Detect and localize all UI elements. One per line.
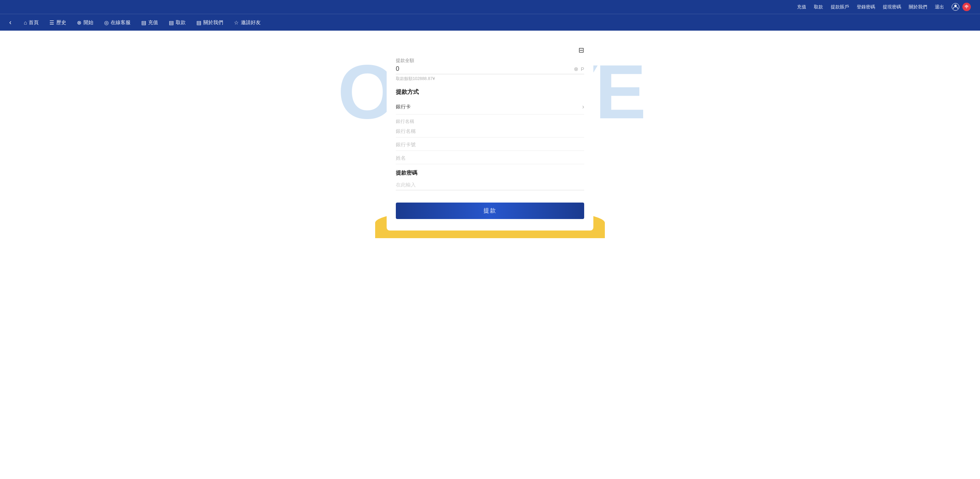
form-panel: ⊟ 提款全額 ⊗ P 取款餘額102888.87¥ 提款方式 銀行卡 › 銀行名…: [387, 38, 593, 231]
method-section-title: 提款方式: [396, 88, 584, 96]
input-suffix: ⊗ P: [574, 66, 584, 72]
nav-withdraw[interactable]: ▤ 取款: [164, 17, 190, 28]
nav-deposit[interactable]: ▤ 充值: [137, 17, 163, 28]
nav-start-label: 開始: [83, 19, 93, 26]
nav-about[interactable]: ▤ 關於我們: [192, 17, 228, 28]
amount-unit: P: [581, 66, 584, 72]
lang-badge[interactable]: 中: [962, 3, 971, 11]
support-icon: ◎: [104, 20, 109, 26]
nav-history-label: 歷史: [56, 19, 66, 26]
bank-owner-field: 姓名: [396, 152, 584, 164]
chevron-right-icon: ›: [582, 103, 584, 110]
bank-info: 銀行名稱 銀行名稱 銀行卡號 姓名: [396, 118, 584, 164]
nav-home[interactable]: ⌂ 首頁: [19, 17, 43, 28]
withdraw-icon: ▤: [169, 20, 174, 26]
amount-input-wrapper: ⊗ P: [396, 65, 584, 74]
top-logout-link[interactable]: 退出: [935, 4, 944, 10]
bank-name-field: 銀行名稱: [396, 126, 584, 137]
password-input[interactable]: [396, 180, 584, 190]
svg-point-0: [954, 5, 957, 7]
amount-clear-button[interactable]: ⊗: [574, 66, 578, 72]
bank-name-label: 銀行名稱: [396, 118, 584, 125]
top-register-password-link[interactable]: 登錄密碼: [857, 4, 875, 10]
nav-support-label: 在線客服: [111, 19, 131, 26]
amount-input[interactable]: [396, 65, 574, 72]
top-withdraw-account-link[interactable]: 提款賬戶: [831, 4, 849, 10]
bank-name-placeholder: 銀行名稱: [396, 128, 416, 134]
amount-label: 提款全額: [396, 57, 584, 64]
bank-account-placeholder: 銀行卡號: [396, 142, 416, 147]
main-content: ODOEYE ⊟ 提款全額 ⊗ P 取款餘額102888.87¥ 提款方式 銀行…: [0, 31, 980, 238]
top-withdraw-password-link[interactable]: 提現密碼: [883, 4, 901, 10]
start-icon: ⊗: [77, 20, 82, 26]
panel-icon[interactable]: ⊟: [578, 46, 584, 54]
nav-support[interactable]: ◎ 在線客服: [100, 17, 135, 28]
nav-invite[interactable]: ☆ 邀請好友: [229, 17, 265, 28]
nav-deposit-label: 充值: [148, 19, 158, 26]
user-icon[interactable]: [952, 3, 959, 11]
deposit-icon: ▤: [141, 20, 146, 26]
top-deposit-link[interactable]: 充值: [797, 4, 806, 10]
user-area: 中: [952, 3, 971, 11]
password-label: 提款密碼: [396, 170, 584, 177]
home-icon: ⌂: [24, 20, 27, 26]
nav-invite-label: 邀請好友: [241, 19, 261, 26]
balance-hint: 取款餘額102888.87¥: [396, 76, 584, 82]
nav-withdraw-label: 取款: [176, 19, 186, 26]
panel-header: ⊟: [396, 46, 584, 54]
bank-account-field: 銀行卡號: [396, 139, 584, 151]
invite-icon: ☆: [234, 20, 239, 26]
payment-method-row[interactable]: 銀行卡 ›: [396, 100, 584, 114]
submit-button[interactable]: 提款: [396, 203, 584, 219]
nav-home-label: 首頁: [29, 19, 39, 26]
nav-back-button[interactable]: ‹: [6, 17, 15, 28]
top-header: 充值 取款 提款賬戶 登錄密碼 提現密碼 關於我們 退出 中: [0, 0, 980, 14]
bank-owner-placeholder: 姓名: [396, 155, 406, 161]
nav-bar: ‹ ⌂ 首頁 ☰ 歷史 ⊗ 開始 ◎ 在線客服 ▤ 充值 ▤ 取款 ▤ 關於我們…: [0, 14, 980, 31]
nav-about-label: 關於我們: [203, 19, 223, 26]
password-section: 提款密碼: [396, 170, 584, 190]
about-icon: ▤: [196, 20, 201, 26]
top-about-link[interactable]: 關於我們: [909, 4, 927, 10]
nav-start[interactable]: ⊗ 開始: [72, 17, 98, 28]
payment-method-label: 銀行卡: [396, 103, 411, 110]
history-icon: ☰: [49, 20, 54, 26]
top-withdraw-link[interactable]: 取款: [814, 4, 823, 10]
amount-group: 提款全額 ⊗ P 取款餘額102888.87¥: [396, 57, 584, 82]
nav-history[interactable]: ☰ 歷史: [45, 17, 71, 28]
